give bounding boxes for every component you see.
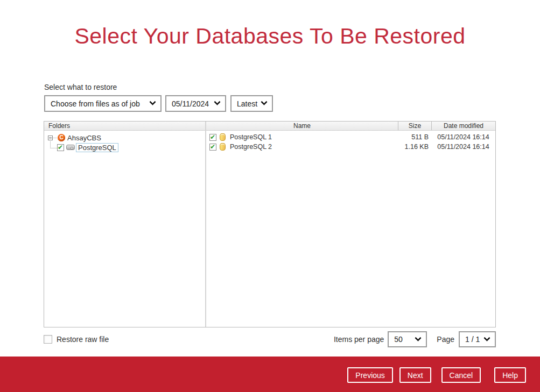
- file-list: PostgreSQL 1 511 B 05/11/2024 16:14 Post…: [206, 131, 495, 152]
- items-per-page-dropdown[interactable]: 50: [388, 331, 427, 347]
- job-time-value: Latest: [237, 99, 257, 108]
- job-date-value: 05/11/2024: [172, 99, 209, 108]
- cell-name: PostgreSQL 2: [206, 143, 398, 151]
- row-checkbox[interactable]: [209, 144, 216, 151]
- cell-size: 1.16 KB: [398, 143, 431, 151]
- collapse-expander-icon[interactable]: [48, 136, 53, 140]
- files-pane: Name Size Date modified PostgreSQL 1 511…: [206, 122, 495, 327]
- files-pane-header: Name Size Date modified: [206, 122, 495, 131]
- items-per-page-value: 50: [394, 335, 403, 344]
- page-dropdown[interactable]: 1 / 1: [459, 331, 496, 347]
- column-header-name[interactable]: Name: [206, 122, 398, 130]
- chevron-down-icon: [483, 334, 490, 341]
- tree-item-label-selected[interactable]: PostgreSQL: [76, 143, 118, 152]
- chevron-down-icon: [149, 98, 156, 105]
- restore-source-dropdown[interactable]: Choose from files as of job: [44, 95, 162, 112]
- chevron-down-icon: [415, 334, 422, 341]
- cell-date-modified: 05/11/2024 16:14: [431, 133, 495, 141]
- restore-raw-file-option[interactable]: Restore raw file: [44, 335, 109, 344]
- restore-source-value: Choose from files as of job: [51, 99, 140, 108]
- restore-raw-file-label: Restore raw file: [57, 335, 109, 344]
- footer-action-bar: Previous Next Cancel Help: [0, 357, 540, 392]
- folder-tree: C AhsayCBS PostgreSQL: [44, 131, 205, 152]
- chevron-down-icon: [261, 98, 268, 105]
- file-name: PostgreSQL 2: [230, 143, 272, 151]
- cancel-button[interactable]: Cancel: [441, 367, 481, 383]
- restore-raw-file-checkbox[interactable]: [44, 335, 52, 344]
- database-icon: [220, 133, 226, 141]
- folders-pane: Folders C AhsayCBS PostgreSQL: [44, 122, 206, 327]
- database-icon: [220, 143, 226, 151]
- next-button[interactable]: Next: [399, 367, 431, 383]
- page-title: Select Your Databases To Be Restored: [0, 24, 540, 49]
- job-date-dropdown[interactable]: 05/11/2024: [165, 95, 226, 112]
- table-row[interactable]: PostgreSQL 2 1.16 KB 05/11/2024 16:14: [206, 142, 495, 152]
- database-host-icon: [66, 145, 75, 150]
- file-browser-panel: Folders C AhsayCBS PostgreSQL Name: [44, 121, 496, 327]
- tree-connector: [50, 141, 57, 148]
- cell-name: PostgreSQL 1: [206, 133, 398, 141]
- restore-wizard-page: Select Your Databases To Be Restored Sel…: [0, 0, 540, 392]
- table-row[interactable]: PostgreSQL 1 511 B 05/11/2024 16:14: [206, 132, 495, 142]
- list-footer-controls: Restore raw file Items per page 50 Page …: [44, 331, 496, 348]
- ahsaycbs-server-icon: C: [58, 134, 65, 141]
- tree-item-label[interactable]: AhsayCBS: [67, 134, 101, 142]
- restore-options-row: Choose from files as of job 05/11/2024 L…: [44, 95, 273, 112]
- pagination-controls: Items per page 50 Page 1 / 1: [334, 331, 496, 347]
- tree-item-postgresql[interactable]: PostgreSQL: [44, 142, 205, 152]
- column-header-size[interactable]: Size: [398, 122, 431, 130]
- cell-date-modified: 05/11/2024 16:14: [431, 143, 495, 151]
- previous-button[interactable]: Previous: [347, 367, 392, 383]
- column-header-date-modified[interactable]: Date modified: [431, 122, 495, 130]
- cell-size: 511 B: [398, 133, 431, 141]
- tree-item-ahsaycbs[interactable]: C AhsayCBS: [44, 133, 205, 142]
- job-time-dropdown[interactable]: Latest: [230, 95, 273, 112]
- page-label: Page: [437, 335, 454, 344]
- tree-item-checkbox[interactable]: [57, 144, 64, 151]
- tree-connector: [53, 138, 57, 138]
- folders-pane-header: Folders: [44, 122, 205, 131]
- help-button[interactable]: Help: [494, 367, 526, 383]
- chevron-down-icon: [214, 98, 221, 105]
- file-name: PostgreSQL 1: [230, 133, 272, 141]
- row-checkbox[interactable]: [209, 134, 216, 141]
- page-value: 1 / 1: [465, 335, 480, 344]
- items-per-page-label: Items per page: [334, 335, 384, 344]
- select-what-to-restore-label: Select what to restore: [44, 83, 117, 91]
